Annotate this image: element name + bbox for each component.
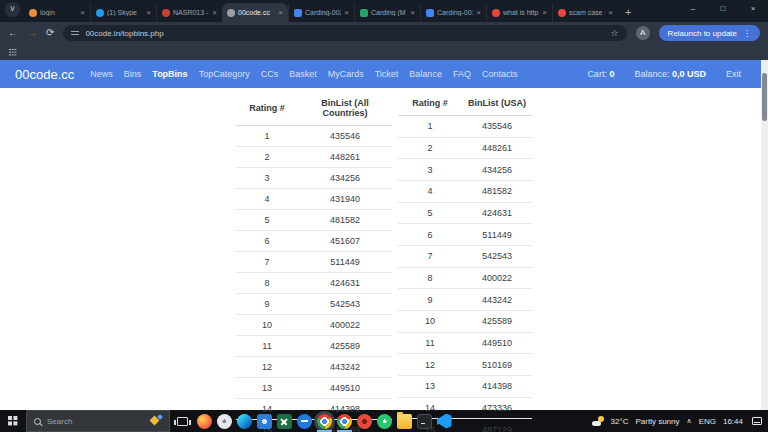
- nav-item[interactable]: Contacts: [482, 69, 518, 79]
- bin-cell: 451607: [298, 231, 392, 252]
- opera-icon[interactable]: [357, 414, 372, 429]
- blue-dash-icon[interactable]: [297, 414, 312, 429]
- browser-tab[interactable]: NASR013 - R ×: [156, 3, 222, 22]
- search-icon: [34, 418, 41, 425]
- url-text[interactable]: 00code.in/topbins.php: [85, 29, 604, 38]
- browser-tab[interactable]: (1) Skype ×: [90, 3, 156, 22]
- rating-cell: 3: [398, 159, 462, 181]
- tab-close-icon[interactable]: ×: [608, 8, 613, 17]
- apps-grid-icon[interactable]: [9, 49, 16, 56]
- bin-cell: 443242: [298, 357, 392, 378]
- white-dot-icon[interactable]: [217, 414, 232, 429]
- page-content: Rating # BinList (All Countries) 1 43554…: [0, 88, 768, 410]
- nav-item[interactable]: Balance: [409, 69, 442, 79]
- file-explorer-icon[interactable]: [397, 414, 412, 429]
- tab-close-icon[interactable]: ×: [278, 8, 283, 17]
- table-row: 13 414398: [398, 375, 532, 397]
- nav-item[interactable]: CCs: [261, 69, 279, 79]
- tab-close-icon[interactable]: ×: [476, 8, 481, 17]
- browser-tab[interactable]: Carding-002 ×: [288, 3, 354, 22]
- vscode-icon[interactable]: [437, 414, 452, 429]
- minimize-button[interactable]: –: [678, 0, 708, 18]
- table-row: 11 425589: [236, 336, 392, 357]
- close-button[interactable]: ×: [738, 0, 768, 18]
- nav-item[interactable]: TopBins: [152, 69, 187, 79]
- tray-expand-icon[interactable]: ∧: [687, 417, 692, 425]
- cart-link[interactable]: Cart: 0: [587, 69, 614, 79]
- bookmark-star-icon[interactable]: ☆: [611, 28, 619, 38]
- clock[interactable]: 16:44: [723, 417, 743, 426]
- balance-link[interactable]: Balance: 0,0 USD: [634, 69, 706, 79]
- site-logo[interactable]: 00code.cc: [15, 67, 74, 82]
- rating-cell: 8: [398, 267, 462, 289]
- tab-title: NASR013 - R: [173, 9, 209, 16]
- tab-close-icon[interactable]: ×: [344, 8, 349, 17]
- rating-cell: 12: [398, 354, 462, 376]
- taskbar-search[interactable]: Search: [26, 410, 170, 432]
- excel-icon[interactable]: [277, 414, 292, 429]
- tab-list: login × (1) Skype × NASR013 - R ×: [24, 3, 618, 22]
- search-highlights-icon[interactable]: [150, 415, 162, 427]
- bin-cell: 400022: [462, 267, 532, 289]
- terminal-icon[interactable]: [417, 414, 432, 429]
- site-info-icon[interactable]: [71, 30, 79, 36]
- maximize-button[interactable]: □: [708, 0, 738, 18]
- scrollbar[interactable]: [761, 60, 768, 410]
- language-indicator[interactable]: ENG: [699, 417, 716, 426]
- notification-icon[interactable]: [752, 417, 762, 425]
- rating-cell: 3: [236, 168, 298, 189]
- chrome-icon[interactable]: [337, 414, 352, 429]
- table-row: 2 448261: [236, 147, 392, 168]
- edge-icon[interactable]: [237, 414, 252, 429]
- relaunch-to-update-button[interactable]: Relaunch to update ⋮: [659, 25, 760, 41]
- chrome-active-icon[interactable]: [317, 414, 332, 429]
- profile-avatar[interactable]: A: [636, 26, 650, 40]
- menu-kebab-icon[interactable]: ⋮: [743, 29, 751, 38]
- nav-item[interactable]: Bins: [124, 69, 142, 79]
- exit-link[interactable]: Exit: [726, 69, 741, 79]
- browser-tab[interactable]: scam case st ×: [552, 3, 618, 22]
- forward-button[interactable]: →: [27, 28, 37, 38]
- browser-tab[interactable]: 00code.cc ×: [222, 3, 288, 22]
- table-row: 7 542543: [398, 245, 532, 267]
- tab-close-icon[interactable]: ×: [212, 8, 217, 17]
- nav-item[interactable]: TopCategory: [199, 69, 250, 79]
- nav-item[interactable]: FAQ: [453, 69, 471, 79]
- browser-tab[interactable]: what is http:/ ×: [486, 3, 552, 22]
- doc-icon: [294, 9, 302, 17]
- flame-icon: [29, 9, 37, 17]
- new-tab-button[interactable]: +: [625, 6, 631, 18]
- tab-close-icon[interactable]: ×: [146, 8, 151, 17]
- tab-title: (1) Skype: [107, 9, 143, 16]
- tab-search-button[interactable]: ∨: [5, 2, 20, 17]
- weather-status[interactable]: Partly sunny: [635, 417, 679, 426]
- tab-close-icon[interactable]: ×: [410, 8, 415, 17]
- rating-cell: 1: [398, 116, 462, 138]
- firefox-icon[interactable]: [197, 414, 212, 429]
- reload-button[interactable]: ⟳: [46, 28, 54, 38]
- bin-cell: 434256: [298, 168, 392, 189]
- tab-close-icon[interactable]: ×: [542, 8, 547, 17]
- table-row: 3 434256: [236, 168, 392, 189]
- blue-app-icon[interactable]: [257, 414, 272, 429]
- nav-item[interactable]: Basket: [289, 69, 317, 79]
- scrollbar-thumb[interactable]: [762, 73, 767, 121]
- nav-item[interactable]: News: [90, 69, 113, 79]
- weather-icon[interactable]: [592, 416, 604, 426]
- nav-item[interactable]: Ticket: [375, 69, 399, 79]
- back-button[interactable]: ←: [8, 28, 18, 38]
- address-bar[interactable]: 00code.in/topbins.php ☆: [63, 25, 626, 41]
- nav-item[interactable]: MyCards: [328, 69, 364, 79]
- browser-tab[interactable]: login ×: [24, 3, 90, 22]
- temperature[interactable]: 32°C: [611, 417, 629, 426]
- start-button[interactable]: [0, 410, 26, 432]
- whatsapp-icon[interactable]: [377, 414, 392, 429]
- tab-close-icon[interactable]: ×: [80, 8, 85, 17]
- bin-cell: 431940: [298, 189, 392, 210]
- binlist-table-all-countries: Rating # BinList (All Countries) 1 43554…: [236, 91, 392, 432]
- task-view-button[interactable]: [170, 410, 194, 432]
- browser-tab[interactable]: Carding-001 ×: [420, 3, 486, 22]
- window-controls: – □ ×: [678, 0, 768, 18]
- bin-cell: 400022: [298, 315, 392, 336]
- browser-tab[interactable]: Carding (M ×: [354, 3, 420, 22]
